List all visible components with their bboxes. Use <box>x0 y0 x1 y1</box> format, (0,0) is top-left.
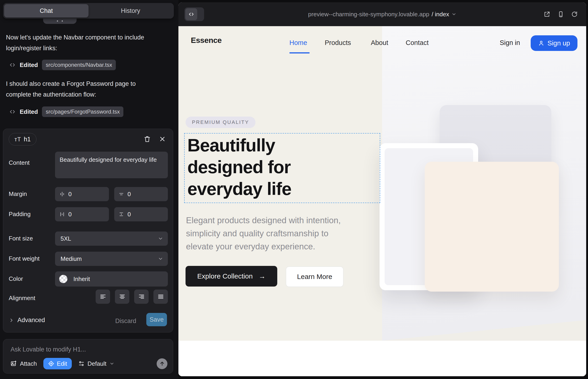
preview-toolbar: preview--charming-site-symphony.lovable.… <box>178 2 586 26</box>
file-chip[interactable]: src/pages/ForgotPassword.tsx <box>42 107 123 117</box>
margin-vertical-icon <box>118 191 124 197</box>
premium-quality-badge: PREMIUM QUALITY <box>186 117 255 128</box>
edit-mode-button[interactable]: Edit <box>43 358 72 369</box>
chevron-down-icon <box>451 12 457 17</box>
advanced-toggle[interactable]: Advanced <box>9 316 45 324</box>
chevron-down-icon <box>158 256 163 262</box>
color-picker-field[interactable]: Inherit <box>55 271 168 286</box>
type-icon: тT <box>15 136 21 143</box>
align-center-button[interactable] <box>115 289 129 304</box>
padding-x-input[interactable] <box>68 211 105 218</box>
tag-label: h1 <box>24 136 31 143</box>
close-panel-button[interactable] <box>158 134 167 144</box>
alignment-label: Alignment <box>9 295 35 302</box>
margin-horizontal-icon <box>59 191 65 197</box>
truncated-message-bubble <box>43 18 77 24</box>
delete-element-button[interactable] <box>143 134 152 144</box>
align-justify-button[interactable] <box>154 289 168 304</box>
chat-history-tabs: Chat History <box>3 3 174 19</box>
padding-label: Padding <box>9 211 31 218</box>
crosshair-icon <box>48 360 54 367</box>
arrow-up-icon <box>159 361 165 367</box>
chat-prompt-input[interactable] <box>11 344 148 354</box>
assistant-message: I should also create a Forgot Password p… <box>6 79 155 100</box>
chat-toolbar: Attach Edit Default <box>10 358 167 370</box>
chat-sidebar: Chat History Now let's update the Navbar… <box>0 0 178 379</box>
chevron-right-icon <box>9 317 14 323</box>
tab-history[interactable]: History <box>89 4 173 17</box>
send-button[interactable] <box>157 358 167 369</box>
nav-link-products[interactable]: Products <box>325 39 351 47</box>
sliders-icon <box>78 360 85 367</box>
padding-vertical-icon <box>118 211 124 217</box>
nav-link-about[interactable]: About <box>371 39 388 47</box>
margin-y-field[interactable] <box>114 187 168 201</box>
arrow-right-icon: → <box>259 272 265 280</box>
attach-button[interactable]: Attach <box>10 360 37 367</box>
mobile-view-icon[interactable] <box>557 11 564 18</box>
nav-link-contact[interactable]: Contact <box>406 39 429 47</box>
sign-in-link[interactable]: Sign in <box>500 39 520 47</box>
code-icon <box>9 62 15 68</box>
site-canvas: Essence Home Products About Contact Sign… <box>178 26 586 376</box>
selected-h1-element[interactable]: Beautifully designed for everyday life <box>184 133 380 203</box>
save-button[interactable]: Save <box>146 313 167 326</box>
url-breadcrumb[interactable]: preview--charming-site-symphony.lovable.… <box>308 2 456 26</box>
explore-collection-button[interactable]: Explore Collection → <box>186 266 277 286</box>
edited-label: Edited <box>20 108 38 115</box>
chat-input-panel: Attach Edit Default <box>3 339 173 374</box>
file-chip[interactable]: src/components/Navbar.tsx <box>42 60 116 70</box>
align-right-button[interactable] <box>134 289 149 304</box>
padding-y-field[interactable] <box>114 207 168 221</box>
padding-x-field[interactable] <box>55 207 109 221</box>
code-icon <box>9 109 15 115</box>
content-label: Content <box>9 159 30 166</box>
refresh-icon[interactable] <box>571 11 578 18</box>
margin-x-field[interactable] <box>55 187 109 201</box>
align-left-button[interactable] <box>96 289 110 304</box>
edited-file-row[interactable]: Edited src/pages/ForgotPassword.tsx <box>9 107 123 117</box>
padding-y-input[interactable] <box>127 211 164 218</box>
edited-label: Edited <box>20 62 38 69</box>
code-preview-toggle[interactable] <box>184 7 204 21</box>
chevron-down-icon <box>109 361 114 366</box>
content-input[interactable]: Beautifully designed for everyday life <box>55 152 168 178</box>
open-external-icon[interactable] <box>543 11 550 18</box>
element-editor-panel: тT h1 Content Beautifully designed for e… <box>3 129 173 332</box>
font-size-label: Font size <box>9 235 33 242</box>
font-weight-label: Font weight <box>9 255 39 262</box>
assistant-message: Now let's update the Navbar component to… <box>6 32 155 54</box>
margin-y-input[interactable] <box>127 191 164 198</box>
site-navbar: Essence Home Products About Contact Sign… <box>178 26 586 61</box>
discard-button[interactable]: Discard <box>115 317 136 325</box>
font-weight-select[interactable]: Medium <box>55 252 168 266</box>
nav-link-home[interactable]: Home <box>289 39 307 47</box>
font-size-select[interactable]: 5XL <box>55 232 168 246</box>
user-icon <box>538 40 544 46</box>
active-nav-underline <box>289 52 309 53</box>
tab-chat[interactable]: Chat <box>4 4 89 17</box>
selected-element-tag: тT h1 <box>9 133 36 145</box>
color-swatch <box>59 275 67 283</box>
learn-more-button[interactable]: Learn More <box>286 266 343 287</box>
hero-card-cream <box>425 162 559 292</box>
margin-x-input[interactable] <box>68 191 105 198</box>
site-logo[interactable]: Essence <box>191 36 222 45</box>
mode-select[interactable]: Default <box>78 360 114 367</box>
chevron-down-icon <box>158 236 163 241</box>
sign-up-button[interactable]: Sign up <box>531 35 577 51</box>
image-plus-icon <box>10 360 17 367</box>
margin-label: Margin <box>9 190 27 198</box>
section-below-hero <box>178 341 586 376</box>
color-label: Color <box>9 275 23 283</box>
code-icon <box>185 8 197 20</box>
hero-heading: Beautifully designed for everyday life <box>187 134 291 200</box>
preview-window: preview--charming-site-symphony.lovable.… <box>178 2 586 376</box>
edited-file-row[interactable]: Edited src/components/Navbar.tsx <box>9 60 116 70</box>
hero-paragraph: Elegant products designed with intention… <box>186 214 353 253</box>
padding-horizontal-icon <box>59 211 65 217</box>
